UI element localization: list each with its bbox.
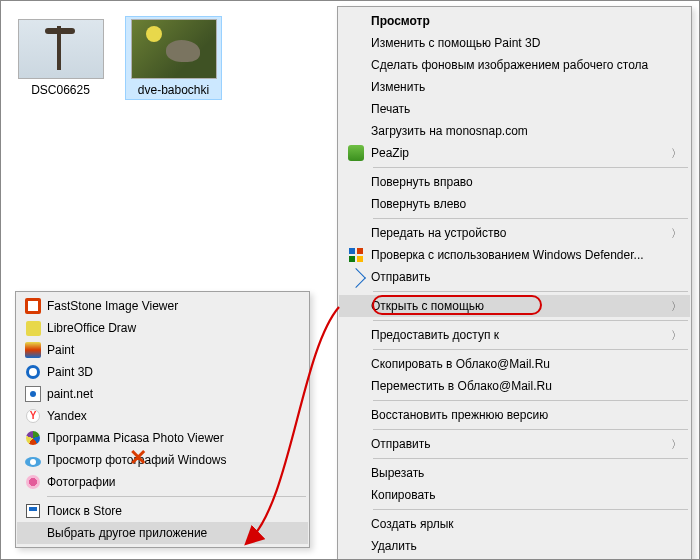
- separator: [373, 458, 688, 459]
- ow-paint[interactable]: Paint: [17, 339, 308, 361]
- libreoffice-draw-icon: [19, 321, 47, 336]
- cm-edit-paint3d[interactable]: Изменить с помощью Paint 3D: [339, 32, 690, 54]
- cm-label: PeaZip: [371, 146, 671, 160]
- ow-store[interactable]: Поиск в Store: [17, 500, 308, 522]
- chevron-right-icon: 〉: [671, 299, 682, 314]
- cm-label: Сделать фоновым изображением рабочего ст…: [371, 58, 682, 72]
- cm-label: Вырезать: [371, 466, 682, 480]
- separator: [373, 167, 688, 168]
- file-thumbnail: [18, 19, 104, 79]
- ow-paint3d[interactable]: Paint 3D: [17, 361, 308, 383]
- cm-label: Фотографии: [47, 475, 300, 489]
- cm-rotate-left[interactable]: Повернуть влево: [339, 193, 690, 215]
- file-item-dve-babochki[interactable]: dve-babochki: [126, 17, 221, 99]
- defender-icon: [341, 248, 371, 262]
- cm-label: Печать: [371, 102, 682, 116]
- cm-label: Повернуть влево: [371, 197, 682, 211]
- cm-rotate-right[interactable]: Повернуть вправо: [339, 171, 690, 193]
- chevron-right-icon: 〉: [671, 328, 682, 343]
- ow-photo-viewer[interactable]: Просмотр фотографий Windows ✕: [17, 449, 308, 471]
- cm-set-wallpaper[interactable]: Сделать фоновым изображением рабочего ст…: [339, 54, 690, 76]
- cm-label: Повернуть вправо: [371, 175, 682, 189]
- share-icon: [341, 269, 371, 285]
- ow-libreoffice-draw[interactable]: LibreOffice Draw: [17, 317, 308, 339]
- store-icon: [19, 504, 47, 518]
- chevron-right-icon: 〉: [671, 437, 682, 452]
- paintnet-icon: [19, 386, 47, 402]
- cm-view[interactable]: Просмотр: [339, 10, 690, 32]
- context-menu: Просмотр Изменить с помощью Paint 3D Сде…: [337, 6, 692, 560]
- cm-label: Изменить: [371, 80, 682, 94]
- cm-label: Скопировать в Облако@Mail.Ru: [371, 357, 682, 371]
- open-with-submenu: FastStone Image Viewer LibreOffice Draw …: [15, 291, 310, 548]
- cm-shortcut[interactable]: Создать ярлык: [339, 513, 690, 535]
- cm-label: Программа Picasa Photo Viewer: [47, 431, 300, 445]
- file-label: dve-babochki: [138, 83, 209, 97]
- picasa-icon: [19, 431, 47, 445]
- ow-faststone[interactable]: FastStone Image Viewer: [17, 295, 308, 317]
- cm-label: Восстановить прежнюю версию: [371, 408, 682, 422]
- yandex-icon: Y: [19, 409, 47, 423]
- cm-label: Создать ярлык: [371, 517, 682, 531]
- cm-label: Удалить: [371, 539, 682, 553]
- cm-delete[interactable]: Удалить: [339, 535, 690, 557]
- separator: [373, 349, 688, 350]
- cm-label: LibreOffice Draw: [47, 321, 300, 335]
- cm-defender[interactable]: Проверка с использованием Windows Defend…: [339, 244, 690, 266]
- cm-label: Переместить в Облако@Mail.Ru: [371, 379, 682, 393]
- separator: [373, 218, 688, 219]
- ow-picasa[interactable]: Программа Picasa Photo Viewer: [17, 427, 308, 449]
- ow-paintnet[interactable]: paint.net: [17, 383, 308, 405]
- cm-send[interactable]: Отправить: [339, 266, 690, 288]
- cm-label: Выбрать другое приложение: [47, 526, 300, 540]
- separator: [373, 509, 688, 510]
- paint-icon: [19, 342, 47, 358]
- cm-label: Копировать: [371, 488, 682, 502]
- ow-photos[interactable]: Фотографии: [17, 471, 308, 493]
- cm-copy-mailru[interactable]: Скопировать в Облако@Mail.Ru: [339, 353, 690, 375]
- ow-choose-other[interactable]: Выбрать другое приложение: [17, 522, 308, 544]
- cm-open-with[interactable]: Открыть с помощью 〉: [339, 295, 690, 317]
- cm-print[interactable]: Печать: [339, 98, 690, 120]
- cm-label: Передать на устройство: [371, 226, 671, 240]
- cm-edit[interactable]: Изменить: [339, 76, 690, 98]
- cm-label: Загрузить на monosnap.com: [371, 124, 682, 138]
- cm-label: Paint: [47, 343, 300, 357]
- cm-label: Отправить: [371, 270, 682, 284]
- chevron-right-icon: 〉: [671, 146, 682, 161]
- cm-send-to[interactable]: Отправить 〉: [339, 433, 690, 455]
- cm-label: Просмотр фотографий Windows: [47, 453, 300, 467]
- cm-label: Изменить с помощью Paint 3D: [371, 36, 682, 50]
- cm-monosnap[interactable]: Загрузить на monosnap.com: [339, 120, 690, 142]
- cm-label: Просмотр: [371, 14, 682, 28]
- cm-restore[interactable]: Восстановить прежнюю версию: [339, 404, 690, 426]
- separator: [373, 320, 688, 321]
- cm-copy[interactable]: Копировать: [339, 484, 690, 506]
- cm-label: FastStone Image Viewer: [47, 299, 300, 313]
- photo-viewer-icon: [19, 454, 47, 467]
- file-label: DSC06625: [31, 83, 90, 97]
- cm-label: Проверка с использованием Windows Defend…: [371, 248, 682, 262]
- chevron-right-icon: 〉: [671, 226, 682, 241]
- cm-label: Отправить: [371, 437, 671, 451]
- separator: [373, 291, 688, 292]
- paint3d-icon: [19, 365, 47, 379]
- cm-label: Предоставить доступ к: [371, 328, 671, 342]
- cm-label: Открыть с помощью: [371, 299, 671, 313]
- cm-share-access[interactable]: Предоставить доступ к 〉: [339, 324, 690, 346]
- cm-label: Yandex: [47, 409, 300, 423]
- cm-label: Поиск в Store: [47, 504, 300, 518]
- cm-label: Paint 3D: [47, 365, 300, 379]
- cm-cast[interactable]: Передать на устройство 〉: [339, 222, 690, 244]
- separator: [373, 400, 688, 401]
- ow-yandex[interactable]: Y Yandex: [17, 405, 308, 427]
- file-item-dsc06625[interactable]: DSC06625: [13, 17, 108, 99]
- separator: [373, 429, 688, 430]
- faststone-icon: [19, 298, 47, 314]
- cm-move-mailru[interactable]: Переместить в Облако@Mail.Ru: [339, 375, 690, 397]
- cm-peazip[interactable]: PeaZip 〉: [339, 142, 690, 164]
- cm-cut[interactable]: Вырезать: [339, 462, 690, 484]
- separator: [47, 496, 306, 497]
- cm-label: paint.net: [47, 387, 300, 401]
- photos-icon: [19, 475, 47, 489]
